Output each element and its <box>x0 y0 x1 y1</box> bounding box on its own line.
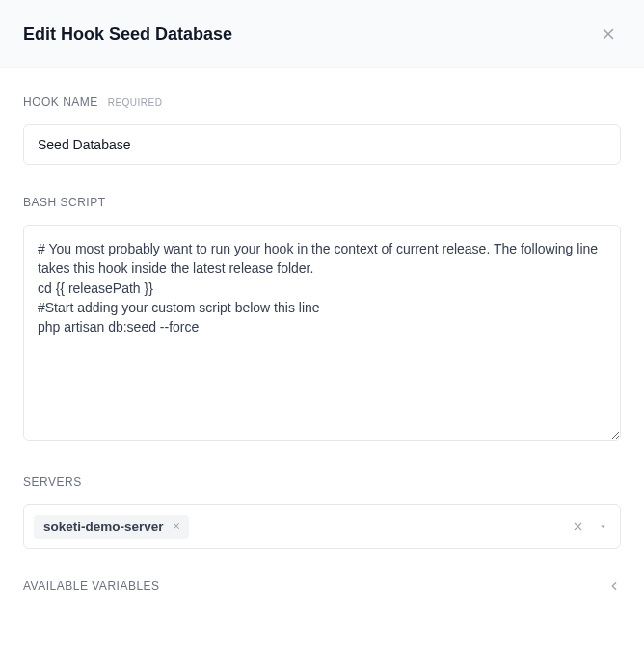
clear-all-button[interactable] <box>570 519 586 535</box>
bash-script-input[interactable] <box>23 225 621 441</box>
available-variables-accordion[interactable]: AVAILABLE VARIABLES <box>23 579 621 599</box>
servers-label: SERVERS <box>23 475 621 489</box>
bash-script-group: BASH SCRIPT <box>23 196 621 444</box>
hook-name-input[interactable] <box>23 124 621 165</box>
required-tag: REQUIRED <box>108 97 163 108</box>
bash-script-label: BASH SCRIPT <box>23 196 621 209</box>
close-button[interactable] <box>596 21 621 46</box>
server-tag: soketi-demo-server <box>34 515 189 539</box>
dropdown-toggle[interactable] <box>596 520 610 534</box>
close-icon <box>572 521 584 533</box>
server-tag-remove[interactable] <box>172 522 181 531</box>
chevron-right-icon <box>607 579 621 593</box>
close-icon <box>600 25 617 42</box>
caret-down-icon <box>598 522 608 532</box>
server-tag-label: soketi-demo-server <box>43 520 164 534</box>
modal-body: HOOK NAME REQUIRED BASH SCRIPT SERVERS s… <box>0 68 644 626</box>
close-icon <box>172 522 181 531</box>
available-variables-label: AVAILABLE VARIABLES <box>23 579 160 593</box>
servers-group: SERVERS soketi-demo-server <box>23 475 621 549</box>
servers-tags: soketi-demo-server <box>34 515 189 539</box>
modal-header: Edit Hook Seed Database <box>0 0 644 68</box>
modal-title: Edit Hook Seed Database <box>23 24 232 44</box>
hook-name-label: HOOK NAME REQUIRED <box>23 95 621 109</box>
multiselect-controls <box>570 519 610 535</box>
hook-name-group: HOOK NAME REQUIRED <box>23 95 621 165</box>
servers-multiselect[interactable]: soketi-demo-server <box>23 504 621 549</box>
